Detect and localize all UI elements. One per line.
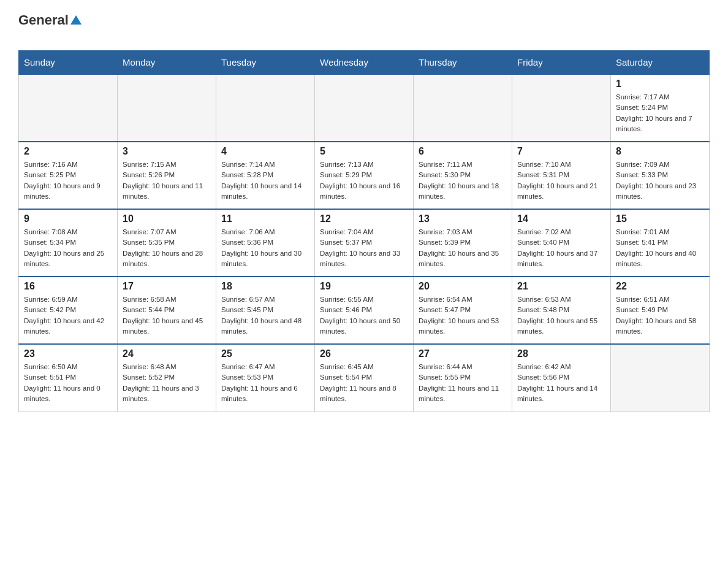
calendar-day (512, 74, 611, 142)
calendar-header-wednesday: Wednesday (315, 51, 414, 75)
day-info: Sunrise: 7:09 AMSunset: 5:33 PMDaylight:… (616, 159, 704, 202)
day-number: 11 (221, 213, 309, 224)
logo: General (18, 12, 82, 44)
calendar-day (315, 74, 414, 142)
day-info: Sunrise: 6:42 AMSunset: 5:56 PMDaylight:… (517, 362, 605, 404)
day-info: Sunrise: 6:47 AMSunset: 5:53 PMDaylight:… (221, 362, 309, 404)
day-info: Sunrise: 6:54 AMSunset: 5:47 PMDaylight:… (419, 294, 507, 337)
day-info: Sunrise: 6:44 AMSunset: 5:55 PMDaylight:… (419, 362, 507, 404)
day-number: 3 (123, 146, 211, 157)
day-number: 20 (419, 281, 507, 292)
calendar-day: 1Sunrise: 7:17 AMSunset: 5:24 PMDaylight… (611, 74, 710, 142)
page-header: General (18, 12, 710, 44)
calendar-header-row: SundayMondayTuesdayWednesdayThursdayFrid… (19, 51, 710, 75)
day-info: Sunrise: 7:11 AMSunset: 5:30 PMDaylight:… (419, 159, 507, 202)
day-info: Sunrise: 6:50 AMSunset: 5:51 PMDaylight:… (24, 362, 112, 404)
day-info: Sunrise: 7:15 AMSunset: 5:26 PMDaylight:… (123, 159, 211, 202)
day-number: 16 (24, 281, 112, 292)
day-info: Sunrise: 7:04 AMSunset: 5:37 PMDaylight:… (320, 227, 408, 269)
calendar-day: 18Sunrise: 6:57 AMSunset: 5:45 PMDayligh… (216, 277, 315, 344)
calendar-day: 21Sunrise: 6:53 AMSunset: 5:48 PMDayligh… (512, 277, 611, 344)
day-info: Sunrise: 7:03 AMSunset: 5:39 PMDaylight:… (419, 227, 507, 269)
calendar-day: 28Sunrise: 6:42 AMSunset: 5:56 PMDayligh… (512, 344, 611, 412)
day-number: 6 (419, 146, 507, 157)
calendar-header-friday: Friday (512, 51, 611, 75)
calendar-header-monday: Monday (118, 51, 216, 75)
calendar-table: SundayMondayTuesdayWednesdayThursdayFrid… (18, 50, 710, 412)
calendar-day (611, 344, 710, 412)
day-number: 14 (517, 213, 605, 224)
day-number: 24 (123, 348, 211, 359)
day-info: Sunrise: 7:06 AMSunset: 5:36 PMDaylight:… (221, 227, 309, 269)
calendar-day: 19Sunrise: 6:55 AMSunset: 5:46 PMDayligh… (315, 277, 414, 344)
calendar-week-row: 9Sunrise: 7:08 AMSunset: 5:34 PMDaylight… (19, 209, 710, 277)
calendar-header-sunday: Sunday (19, 51, 118, 75)
day-number: 19 (320, 281, 408, 292)
logo-triangle-icon (70, 15, 82, 25)
calendar-day: 23Sunrise: 6:50 AMSunset: 5:51 PMDayligh… (19, 344, 118, 412)
day-info: Sunrise: 6:59 AMSunset: 5:42 PMDaylight:… (24, 294, 112, 337)
calendar-week-row: 2Sunrise: 7:16 AMSunset: 5:25 PMDaylight… (19, 142, 710, 209)
calendar-day: 11Sunrise: 7:06 AMSunset: 5:36 PMDayligh… (216, 209, 315, 277)
calendar-day: 17Sunrise: 6:58 AMSunset: 5:44 PMDayligh… (118, 277, 216, 344)
calendar-day (216, 74, 315, 142)
calendar-day: 16Sunrise: 6:59 AMSunset: 5:42 PMDayligh… (19, 277, 118, 344)
day-number: 21 (517, 281, 605, 292)
calendar-day: 7Sunrise: 7:10 AMSunset: 5:31 PMDaylight… (512, 142, 611, 209)
day-info: Sunrise: 7:01 AMSunset: 5:41 PMDaylight:… (616, 227, 704, 269)
calendar-day: 13Sunrise: 7:03 AMSunset: 5:39 PMDayligh… (414, 209, 512, 277)
calendar-day: 22Sunrise: 6:51 AMSunset: 5:49 PMDayligh… (611, 277, 710, 344)
calendar-day: 26Sunrise: 6:45 AMSunset: 5:54 PMDayligh… (315, 344, 414, 412)
calendar-header-thursday: Thursday (414, 51, 512, 75)
day-info: Sunrise: 7:08 AMSunset: 5:34 PMDaylight:… (24, 227, 112, 269)
day-number: 17 (123, 281, 211, 292)
day-number: 10 (123, 213, 211, 224)
day-info: Sunrise: 7:17 AMSunset: 5:24 PMDaylight:… (616, 92, 704, 134)
day-info: Sunrise: 6:57 AMSunset: 5:45 PMDaylight:… (221, 294, 309, 337)
day-info: Sunrise: 6:45 AMSunset: 5:54 PMDaylight:… (320, 362, 408, 404)
calendar-week-row: 23Sunrise: 6:50 AMSunset: 5:51 PMDayligh… (19, 344, 710, 412)
day-number: 13 (419, 213, 507, 224)
calendar-day: 4Sunrise: 7:14 AMSunset: 5:28 PMDaylight… (216, 142, 315, 209)
day-info: Sunrise: 6:55 AMSunset: 5:46 PMDaylight:… (320, 294, 408, 337)
calendar-day: 9Sunrise: 7:08 AMSunset: 5:34 PMDaylight… (19, 209, 118, 277)
calendar-day: 20Sunrise: 6:54 AMSunset: 5:47 PMDayligh… (414, 277, 512, 344)
calendar-day (414, 74, 512, 142)
day-number: 28 (517, 348, 605, 359)
day-number: 8 (616, 146, 704, 157)
calendar-day: 14Sunrise: 7:02 AMSunset: 5:40 PMDayligh… (512, 209, 611, 277)
day-number: 23 (24, 348, 112, 359)
day-number: 9 (24, 213, 112, 224)
day-info: Sunrise: 7:14 AMSunset: 5:28 PMDaylight:… (221, 159, 309, 202)
calendar-day: 6Sunrise: 7:11 AMSunset: 5:30 PMDaylight… (414, 142, 512, 209)
day-number: 1 (616, 79, 704, 90)
day-info: Sunrise: 6:51 AMSunset: 5:49 PMDaylight:… (616, 294, 704, 337)
calendar-day: 15Sunrise: 7:01 AMSunset: 5:41 PMDayligh… (611, 209, 710, 277)
day-number: 12 (320, 213, 408, 224)
calendar-day: 27Sunrise: 6:44 AMSunset: 5:55 PMDayligh… (414, 344, 512, 412)
day-info: Sunrise: 7:13 AMSunset: 5:29 PMDaylight:… (320, 159, 408, 202)
calendar-header-tuesday: Tuesday (216, 51, 315, 75)
day-number: 15 (616, 213, 704, 224)
day-info: Sunrise: 7:02 AMSunset: 5:40 PMDaylight:… (517, 227, 605, 269)
day-info: Sunrise: 6:48 AMSunset: 5:52 PMDaylight:… (123, 362, 211, 404)
logo-general-text: General (18, 12, 69, 28)
day-number: 7 (517, 146, 605, 157)
day-info: Sunrise: 6:53 AMSunset: 5:48 PMDaylight:… (517, 294, 605, 337)
day-info: Sunrise: 7:16 AMSunset: 5:25 PMDaylight:… (24, 159, 112, 202)
calendar-day: 10Sunrise: 7:07 AMSunset: 5:35 PMDayligh… (118, 209, 216, 277)
calendar-week-row: 16Sunrise: 6:59 AMSunset: 5:42 PMDayligh… (19, 277, 710, 344)
day-number: 25 (221, 348, 309, 359)
calendar-day: 5Sunrise: 7:13 AMSunset: 5:29 PMDaylight… (315, 142, 414, 209)
day-number: 18 (221, 281, 309, 292)
day-number: 4 (221, 146, 309, 157)
day-info: Sunrise: 6:58 AMSunset: 5:44 PMDaylight:… (123, 294, 211, 337)
calendar-day: 2Sunrise: 7:16 AMSunset: 5:25 PMDaylight… (19, 142, 118, 209)
calendar-day (19, 74, 118, 142)
calendar-day (118, 74, 216, 142)
day-info: Sunrise: 7:10 AMSunset: 5:31 PMDaylight:… (517, 159, 605, 202)
day-info: Sunrise: 7:07 AMSunset: 5:35 PMDaylight:… (123, 227, 211, 269)
day-number: 2 (24, 146, 112, 157)
calendar-header-saturday: Saturday (611, 51, 710, 75)
calendar-day: 12Sunrise: 7:04 AMSunset: 5:37 PMDayligh… (315, 209, 414, 277)
